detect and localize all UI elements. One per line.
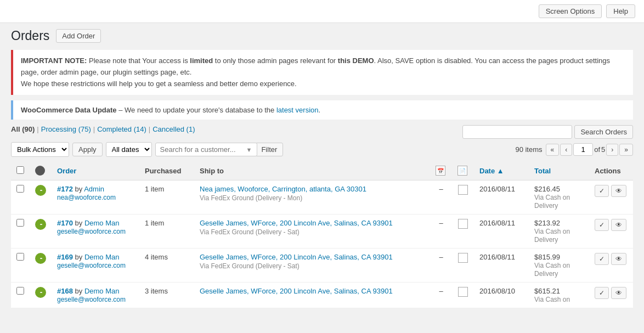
order-number-link[interactable]: #168 (57, 287, 73, 295)
order-number-link[interactable]: #169 (57, 253, 73, 261)
order-date: 2016/08/11 (479, 253, 515, 261)
payment-method: Via Cash on Delivery (534, 228, 570, 244)
tab-all[interactable]: All (90) (11, 125, 35, 133)
pagination-of: of (594, 145, 600, 154)
search-orders-input[interactable] (462, 125, 572, 139)
items-count: 90 items (515, 145, 542, 154)
order-author-link[interactable]: Admin (84, 185, 104, 193)
select-all-checkbox[interactable] (16, 166, 24, 174)
row-checkbox[interactable] (16, 253, 24, 261)
row-dash-cell: – (430, 249, 452, 283)
pagination-prev[interactable]: ‹ (560, 144, 572, 156)
row-checkbox[interactable] (16, 185, 24, 193)
complete-order-button[interactable]: ✓ (595, 253, 609, 265)
ship-to-link[interactable]: Geselle James, WForce, 200 Lincoln Ave, … (200, 219, 393, 227)
complete-order-button[interactable]: ✓ (595, 185, 609, 197)
all-dates-select[interactable]: All dates (106, 142, 152, 157)
status-indicator: ··· (35, 219, 46, 230)
bulk-actions-select[interactable]: Bulk Actions (11, 142, 69, 157)
date-sort-link[interactable]: Date ▲ (479, 167, 504, 175)
view-order-button[interactable]: 👁 (611, 185, 626, 197)
screen-options-button[interactable]: Screen Options (539, 4, 602, 18)
row-ship-cell: Nea james, Wooforce, Carrington, atlanta… (194, 180, 430, 215)
pagination-total: 5 (601, 145, 605, 154)
orders-table: Order Purchased Ship to 📅 📄 (11, 161, 633, 308)
col-header-actions: Actions (589, 161, 633, 180)
row-checkbox[interactable] (16, 287, 24, 295)
order-email-link[interactable]: geselle@wooforce.com (57, 262, 126, 269)
order-date: 2016/08/11 (479, 185, 515, 193)
order-email-link[interactable]: geselle@wooforce.com (57, 296, 126, 303)
action-buttons: ✓ 👁 (595, 253, 628, 265)
apply-button[interactable]: Apply (72, 143, 103, 156)
row-page-icon (458, 287, 468, 297)
top-right-buttons: Screen Options Help (539, 4, 635, 18)
pagination-last[interactable]: » (619, 144, 633, 156)
add-order-button[interactable]: Add Order (56, 29, 101, 43)
row-page-icon-cell (452, 249, 474, 283)
tab-processing[interactable]: Processing (75) (41, 125, 91, 133)
customer-search-input[interactable] (155, 143, 257, 156)
calendar-icon: 📅 (436, 166, 445, 176)
ship-to-link[interactable]: Nea james, Wooforce, Carrington, atlanta… (200, 185, 366, 193)
tab-cancelled[interactable]: Cancelled (1) (152, 125, 195, 133)
view-order-button[interactable]: 👁 (611, 287, 626, 299)
row-actions-cell: ✓ 👁 (589, 283, 633, 308)
latest-version-link[interactable]: latest version (276, 106, 319, 114)
row-order-cell: #169 by Demo Man geselle@wooforce.com (52, 249, 139, 283)
table-row: ··· #172 by Admin nea@wooforce.com 1 ite… (11, 180, 633, 215)
page-title: Orders (11, 29, 49, 43)
error-notice: IMPORTANT NOTE: Please note that Your ac… (11, 50, 633, 95)
action-buttons: ✓ 👁 (595, 185, 628, 197)
row-date-cell: 2016/08/11 (474, 180, 529, 215)
view-order-button[interactable]: 👁 (611, 253, 626, 265)
table-row: ··· #169 by Demo Man geselle@wooforce.co… (11, 249, 633, 283)
search-orders-button[interactable]: Search Orders (574, 125, 633, 139)
payment-method: Via Cash on Delivery (534, 194, 570, 210)
row-date-cell: 2016/08/11 (474, 249, 529, 283)
help-button[interactable]: Help (606, 4, 635, 18)
by-text: by (75, 287, 84, 295)
purchased-count: 1 item (145, 219, 164, 227)
row-status-cell: ··· (30, 283, 52, 308)
row-checkbox[interactable] (16, 219, 24, 227)
row-total-cell: $615.21 Via Cash on (529, 283, 589, 308)
ship-via: Via FedEx Ground (Delivery - Sat) (200, 228, 425, 236)
filter-tabs: All (90) | Processing (75) | Completed (… (11, 125, 195, 133)
pagination-next[interactable]: › (606, 144, 618, 156)
ship-to-link[interactable]: Geselle James, WForce, 200 Lincoln Ave, … (200, 287, 393, 295)
pagination: « ‹ of 5 › » (546, 143, 633, 156)
row-ship-cell: Geselle James, WForce, 200 Lincoln Ave, … (194, 215, 430, 249)
order-sort-link[interactable]: Order (57, 167, 76, 175)
top-bar: Screen Options Help (0, 0, 644, 23)
ship-to-link[interactable]: Geselle James, WForce, 200 Lincoln Ave, … (200, 253, 393, 261)
row-total-cell: $216.45 Via Cash on Delivery (529, 180, 589, 215)
payment-method: Via Cash on Delivery (534, 262, 570, 278)
status-indicator: ··· (35, 185, 46, 196)
order-email-link[interactable]: geselle@wooforce.com (57, 228, 126, 235)
filter-button[interactable]: Filter (255, 143, 283, 156)
tab-completed[interactable]: Completed (14) (97, 125, 146, 133)
order-total: $815.99 (534, 253, 560, 261)
pagination-first[interactable]: « (546, 144, 560, 156)
order-author-link[interactable]: Demo Man (84, 219, 120, 227)
view-order-button[interactable]: 👁 (611, 219, 626, 231)
row-total-cell: $213.92 Via Cash on Delivery (529, 215, 589, 249)
pagination-current-page[interactable] (573, 143, 593, 156)
complete-order-button[interactable]: ✓ (595, 219, 609, 231)
row-actions-cell: ✓ 👁 (589, 180, 633, 215)
order-author-link[interactable]: Demo Man (84, 253, 120, 261)
complete-order-button[interactable]: ✓ (595, 287, 609, 299)
tablenav-left: Bulk Actions Apply All dates ▼ Filter (11, 142, 283, 157)
order-number-link[interactable]: #170 (57, 219, 73, 227)
row-order-cell: #168 by Demo Man geselle@wooforce.com (52, 283, 139, 308)
status-indicator: ··· (35, 253, 46, 264)
row-purchased-cell: 1 item (139, 215, 194, 249)
info-notice: WooCommerce Data Update – We need to upd… (11, 100, 633, 120)
order-email-link[interactable]: nea@wooforce.com (57, 194, 116, 201)
row-purchased-cell: 1 item (139, 180, 194, 215)
row-page-icon (458, 185, 468, 195)
order-number-link[interactable]: #172 (57, 185, 73, 193)
total-sort-link[interactable]: Total (534, 167, 551, 175)
order-author-link[interactable]: Demo Man (84, 287, 120, 295)
